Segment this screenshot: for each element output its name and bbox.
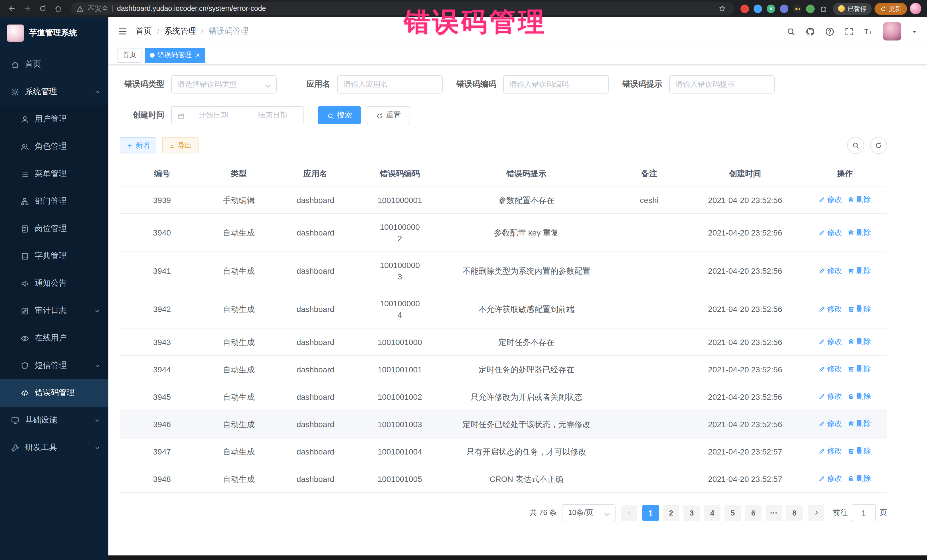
header-search-icon[interactable] xyxy=(786,26,796,37)
next-page-button[interactable] xyxy=(808,504,824,521)
edit-link[interactable]: 修改 xyxy=(819,194,842,205)
sidebar-item[interactable]: 研发工具 xyxy=(0,434,108,461)
annotation-overlay: 错误码管理 xyxy=(404,5,547,40)
page-button[interactable]: 2 xyxy=(663,504,679,521)
column-header: 应用名 xyxy=(273,162,358,186)
sidebar-subitem[interactable]: 岗位管理 xyxy=(0,215,108,242)
delete-link[interactable]: 删除 xyxy=(848,194,871,205)
refresh-table-button[interactable] xyxy=(870,137,887,154)
sidebar-item[interactable]: 首页 xyxy=(0,51,108,78)
page-button[interactable]: 4 xyxy=(704,504,720,521)
table-row: 3948自动生成dashboard1001001005CRON 表达式不正确20… xyxy=(120,465,887,492)
edit-link[interactable]: 修改 xyxy=(819,363,842,375)
edit-link[interactable]: 修改 xyxy=(819,391,842,402)
header-actions: TT xyxy=(786,22,918,41)
toggle-search-button[interactable] xyxy=(847,137,864,154)
breadcrumb-item[interactable]: 首页 xyxy=(136,26,152,36)
app-name-input[interactable]: 请输入应用名 xyxy=(337,75,443,94)
sidebar-subitem[interactable]: 通知公告 xyxy=(0,270,108,297)
fullscreen-icon[interactable] xyxy=(844,26,854,37)
delete-link[interactable]: 删除 xyxy=(848,391,871,402)
goto-page-input[interactable] xyxy=(852,504,876,521)
puzzle-icon[interactable] xyxy=(818,2,830,15)
sidebar-subitem[interactable]: 审计日志 xyxy=(0,297,108,325)
pager-ellipsis[interactable]: ··· xyxy=(766,504,782,521)
paused-badge[interactable]: 已暂停 xyxy=(833,3,872,15)
edit-link[interactable]: 修改 xyxy=(819,445,842,457)
reset-button[interactable]: 重置 xyxy=(367,106,410,124)
address-bar[interactable]: 不安全 dashboard.yudao.iocoder.cn/system/er… xyxy=(71,2,734,15)
browser-update-button[interactable]: 更新 xyxy=(874,3,907,15)
delete-link[interactable]: 删除 xyxy=(848,418,871,429)
delete-link[interactable]: 删除 xyxy=(848,363,871,375)
delete-label: 删除 xyxy=(856,391,871,402)
delete-link[interactable]: 删除 xyxy=(848,445,871,457)
sidebar-subitem[interactable]: 用户管理 xyxy=(0,106,108,133)
leaf-extension-icon[interactable] xyxy=(806,4,815,13)
edit-link[interactable]: 修改 xyxy=(819,418,842,429)
edit-label: 修改 xyxy=(827,303,842,314)
chevron-down-icon xyxy=(602,509,609,516)
on-badge-extension-icon[interactable]: on xyxy=(793,4,801,13)
edit-link[interactable]: 修改 xyxy=(819,265,842,276)
font-size-icon[interactable]: TT xyxy=(864,26,873,37)
delete-link[interactable]: 删除 xyxy=(848,473,871,484)
caret-down-icon[interactable] xyxy=(911,26,918,36)
browser-home-icon[interactable] xyxy=(52,2,64,15)
red-dot-extension-icon[interactable] xyxy=(740,4,749,13)
error-hint-input[interactable]: 请输入错误码提示 xyxy=(669,75,775,94)
sidebar-item[interactable]: 基础设施 xyxy=(0,407,108,434)
sidebar-item[interactable]: 系统管理 xyxy=(0,78,108,106)
app-logo[interactable]: 芋道管理系统 xyxy=(0,17,108,49)
tab-close-icon[interactable]: × xyxy=(196,51,200,59)
page-button[interactable]: 3 xyxy=(684,504,700,521)
tab-item[interactable]: 首页 xyxy=(117,48,141,62)
sidebar-subitem[interactable]: 错误码管理 xyxy=(0,379,108,407)
browser-reload-icon[interactable] xyxy=(36,2,49,15)
sidebar-subitem[interactable]: 在线用户 xyxy=(0,325,108,352)
add-button[interactable]: 新增 xyxy=(120,137,156,153)
menu-item-label: 用户管理 xyxy=(35,114,67,124)
palette-extension-icon[interactable] xyxy=(780,4,789,13)
tab-active[interactable]: 错误码管理× xyxy=(145,48,205,62)
edit-link[interactable]: 修改 xyxy=(819,303,842,314)
cell-hint: 定时任务不存在 xyxy=(442,328,611,355)
error-type-select[interactable]: 请选择错误码类型 xyxy=(171,75,277,94)
filter-group-created: 创建时间 开始日期 - 结束日期 xyxy=(120,106,304,124)
bookmark-star-icon[interactable] xyxy=(716,2,728,15)
sidebar-subitem[interactable]: 菜单管理 xyxy=(0,160,108,188)
chevron-down-icon xyxy=(602,510,611,519)
edit-link[interactable]: 修改 xyxy=(819,473,842,484)
export-button[interactable]: 导出 xyxy=(162,137,199,153)
blue-drop-extension-icon[interactable] xyxy=(754,4,762,13)
search-button[interactable]: 搜索 xyxy=(318,106,361,124)
help-icon[interactable] xyxy=(825,26,834,37)
edit-link[interactable]: 修改 xyxy=(819,227,842,238)
edit-link[interactable]: 修改 xyxy=(819,336,842,347)
sidebar-subitem[interactable]: 短信管理 xyxy=(0,352,108,379)
delete-link[interactable]: 删除 xyxy=(848,303,871,314)
delete-link[interactable]: 删除 xyxy=(848,227,871,238)
page-button[interactable]: 6 xyxy=(745,504,761,521)
sidebar-subitem[interactable]: 角色管理 xyxy=(0,133,108,160)
page-button[interactable]: 1 xyxy=(642,504,659,521)
date-range-input[interactable]: 开始日期 - 结束日期 xyxy=(171,106,304,124)
browser-profile-avatar[interactable] xyxy=(910,3,921,14)
page-size-select[interactable]: 10条/页 xyxy=(562,504,615,521)
delete-link[interactable]: 删除 xyxy=(848,336,871,347)
browser-back-icon[interactable] xyxy=(6,2,18,15)
error-code-input[interactable]: 请输入错误码编码 xyxy=(503,75,609,94)
browser-forward-icon[interactable] xyxy=(21,2,33,15)
user-avatar[interactable] xyxy=(883,22,901,41)
trash-icon xyxy=(848,366,854,372)
vue-devtools-extension-icon[interactable]: V xyxy=(767,4,775,13)
sidebar-subitem[interactable]: 字典管理 xyxy=(0,242,108,270)
delete-link[interactable]: 删除 xyxy=(848,265,871,276)
prev-page-button[interactable] xyxy=(621,504,637,521)
page-button[interactable]: 5 xyxy=(725,504,741,521)
hamburger-icon[interactable] xyxy=(117,26,128,37)
github-icon[interactable] xyxy=(805,26,815,37)
page-button[interactable]: 8 xyxy=(786,504,802,521)
sidebar-subitem[interactable]: 部门管理 xyxy=(0,188,108,215)
breadcrumb-item[interactable]: 系统管理 xyxy=(164,26,196,36)
